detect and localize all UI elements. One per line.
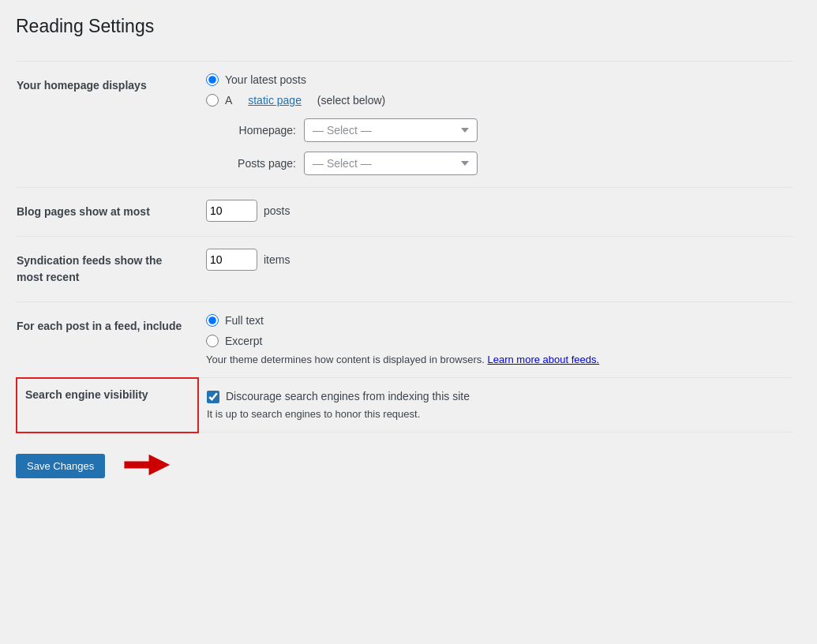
blog-pages-controls: posts: [198, 188, 793, 237]
feed-include-label: For each post in a feed, include: [17, 302, 198, 378]
homepage-radio-group: Your latest posts A static page (select …: [206, 73, 785, 107]
save-changes-button[interactable]: Save Changes: [16, 454, 105, 478]
search-engine-label: Search engine visibility: [17, 378, 198, 432]
syndication-feeds-input-row: items: [206, 249, 785, 271]
homepage-select-row: Homepage: — Select —: [225, 118, 785, 142]
static-page-suffix: (select below): [317, 94, 385, 107]
svg-marker-0: [125, 454, 171, 475]
feed-include-radio-group: Full text Excerpt: [206, 314, 785, 347]
blog-pages-label: Blog pages show at most: [17, 188, 198, 237]
latest-posts-label: Your latest posts: [225, 73, 306, 86]
page-container: Reading Settings Your homepage displays …: [0, 0, 817, 522]
feeds-hint-text: Your theme determines how content is dis…: [206, 354, 485, 365]
excerpt-radio[interactable]: [206, 335, 219, 347]
latest-posts-option[interactable]: Your latest posts: [206, 73, 785, 86]
homepage-select[interactable]: — Select —: [304, 118, 478, 142]
latest-posts-radio[interactable]: [206, 73, 219, 86]
blog-pages-suffix: posts: [264, 204, 290, 217]
feeds-hint: Your theme determines how content is dis…: [206, 354, 785, 365]
search-engine-controls: Discourage search engines from indexing …: [198, 378, 793, 432]
blog-pages-input-row: posts: [206, 200, 785, 222]
static-page-options: Homepage: — Select — Posts page: — Selec…: [206, 118, 785, 175]
homepage-displays-controls: Your latest posts A static page (select …: [198, 62, 793, 188]
homepage-displays-row: Your homepage displays Your latest posts…: [17, 62, 793, 188]
settings-table: Your homepage displays Your latest posts…: [16, 61, 793, 433]
arrow-container: [121, 449, 184, 483]
feed-include-controls: Full text Excerpt Your theme determines …: [198, 302, 793, 378]
page-title: Reading Settings: [16, 16, 793, 37]
static-page-option[interactable]: A static page (select below): [206, 94, 785, 107]
syndication-feeds-label: Syndication feeds show the most recent: [17, 237, 198, 302]
full-text-option[interactable]: Full text: [206, 314, 785, 327]
static-page-radio[interactable]: [206, 94, 219, 107]
learn-more-feeds-link[interactable]: Learn more about feeds.: [488, 354, 600, 365]
full-text-label: Full text: [225, 314, 264, 327]
syndication-feeds-controls: items: [198, 237, 793, 302]
static-page-link[interactable]: static page: [248, 94, 302, 107]
search-engine-hint: It is up to search engines to honor this…: [207, 408, 785, 420]
blog-pages-row: Blog pages show at most posts: [17, 188, 793, 237]
excerpt-option[interactable]: Excerpt: [206, 335, 785, 347]
search-engine-checkbox[interactable]: [207, 391, 219, 403]
static-page-prefix: A: [225, 94, 232, 107]
excerpt-label: Excerpt: [225, 335, 262, 347]
syndication-feeds-suffix: items: [264, 253, 290, 266]
red-arrow-icon: [121, 449, 184, 481]
homepage-displays-label: Your homepage displays: [17, 62, 198, 188]
save-row: Save Changes: [16, 433, 793, 491]
syndication-feeds-row: Syndication feeds show the most recent i…: [17, 237, 793, 302]
posts-page-select-row: Posts page: — Select —: [225, 152, 785, 175]
homepage-select-label: Homepage:: [225, 124, 296, 137]
syndication-feeds-input[interactable]: [206, 249, 257, 271]
full-text-radio[interactable]: [206, 314, 219, 327]
search-engine-checkbox-label: Discourage search engines from indexing …: [226, 390, 470, 402]
posts-page-select-label: Posts page:: [225, 157, 296, 170]
blog-pages-input[interactable]: [206, 200, 257, 222]
search-engine-row: Search engine visibility Discourage sear…: [17, 378, 793, 432]
feed-include-row: For each post in a feed, include Full te…: [17, 302, 793, 378]
posts-page-select[interactable]: — Select —: [304, 152, 478, 175]
search-engine-checkbox-row: Discourage search engines from indexing …: [207, 390, 785, 403]
